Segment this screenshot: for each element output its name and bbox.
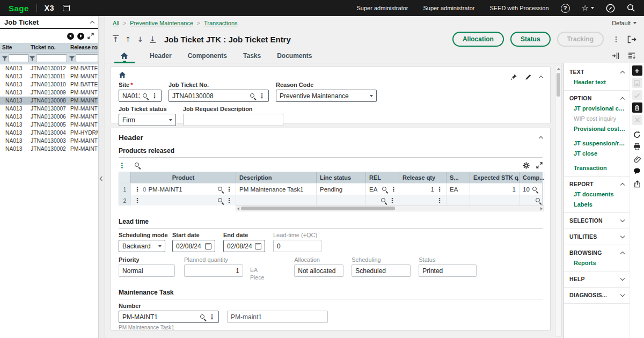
job-ticket-row[interactable]: NA013 JTNA0130012 PM-BATTERY	[0, 64, 98, 72]
site-field[interactable]: NA013 ⋮	[119, 90, 162, 102]
job-ticket-row[interactable]: NA013 JTNA0130004 PM-HYDRMA	[0, 129, 98, 137]
calendar-icon[interactable]	[255, 243, 261, 249]
section-header[interactable]: TEXT	[569, 66, 625, 77]
section-header[interactable]: UTILITIES	[569, 231, 625, 242]
scheduling-mode-select[interactable]: Backward	[119, 240, 165, 252]
panel-splitter[interactable]	[98, 16, 105, 338]
grid-column-product[interactable]: Product	[131, 172, 236, 183]
action-link[interactable]: Labels	[569, 200, 625, 210]
start-date-field[interactable]: 02/08/24	[172, 240, 215, 252]
action-link[interactable]: Transaction	[569, 163, 625, 173]
section-header[interactable]: BROWSING	[569, 247, 625, 258]
tab-tasks[interactable]: Tasks	[243, 52, 261, 60]
field-options-icon[interactable]: ⋮	[151, 93, 158, 99]
row-options-icon[interactable]: ⋮	[134, 186, 141, 193]
tracking-button[interactable]: Tracking	[557, 32, 604, 47]
column-ticket-no[interactable]: Ticket no.	[30, 45, 69, 50]
collapse-section-icon[interactable]	[539, 76, 543, 80]
filter-icon[interactable]	[69, 56, 75, 61]
view-selector[interactable]: Default	[612, 20, 636, 26]
lookup-icon[interactable]	[217, 186, 224, 193]
more-actions-icon[interactable]: ⋮	[612, 35, 620, 43]
job-request-description-field[interactable]	[183, 114, 283, 126]
job-ticket-row[interactable]: NA013 JTNA0130010 PM-BATTERY	[0, 80, 98, 89]
field-options-icon[interactable]: ⋮	[226, 197, 232, 204]
lookup-icon[interactable]	[532, 186, 538, 193]
refresh-button[interactable]	[632, 129, 642, 139]
main-vertical-scrollbar[interactable]	[555, 65, 562, 336]
save-button-disabled[interactable]	[632, 78, 642, 88]
field-options-icon[interactable]: ⋮	[390, 186, 397, 193]
grid-column-comp[interactable]: Comp...	[519, 172, 545, 183]
field-options-icon[interactable]: ⋮	[209, 314, 215, 320]
column-release-routing[interactable]: Release rout	[69, 45, 98, 50]
section-header[interactable]: REPORT	[569, 178, 625, 189]
lookup-icon[interactable]	[382, 186, 388, 193]
tab-components[interactable]: Components	[188, 52, 227, 60]
breadcrumb-all[interactable]: All	[113, 20, 119, 26]
global-search[interactable]	[627, 4, 635, 12]
column-site[interactable]: Site	[0, 45, 30, 50]
scrollbar-thumb[interactable]	[557, 73, 560, 97]
product-name[interactable]: X3	[45, 4, 54, 12]
edit-pencil-icon[interactable]	[525, 74, 532, 80]
filter-routing-input[interactable]	[76, 54, 98, 62]
share-button[interactable]	[632, 179, 642, 189]
section-header[interactable]: HELP	[569, 273, 625, 284]
new-record-button[interactable]: +	[632, 65, 642, 76]
grid-actions-icon[interactable]: ⋮	[119, 162, 126, 169]
confirm-button-disabled[interactable]	[632, 90, 642, 100]
maintenance-task-number-field[interactable]: PM-MAINT1 ⋮	[119, 311, 219, 323]
allocation-field[interactable]: Not allocated	[294, 264, 343, 277]
priority-field[interactable]: Normal	[119, 264, 175, 277]
row-options-icon[interactable]: ⋮	[134, 197, 141, 204]
delete-button[interactable]	[632, 102, 642, 113]
grid-column-description[interactable]: Description	[236, 172, 317, 183]
field-options-icon[interactable]: ⋮	[436, 197, 443, 204]
calendar-icon[interactable]	[205, 243, 211, 249]
calendar-icon[interactable]	[63, 5, 70, 11]
next-page-button[interactable]	[77, 33, 84, 40]
help-icon[interactable]: ?	[561, 4, 570, 13]
comment-button[interactable]	[632, 166, 642, 177]
tab-documents[interactable]: Documents	[277, 52, 312, 60]
section-header[interactable]: OPTION	[569, 92, 625, 104]
collapse-section-icon[interactable]	[539, 136, 543, 141]
end-date-field[interactable]: 02/08/24	[223, 240, 265, 252]
field-options-icon[interactable]: ⋮	[389, 197, 396, 204]
grid-settings-gear-icon[interactable]	[523, 162, 530, 169]
endpoint-menu[interactable]: SEED with Procession	[490, 5, 549, 11]
breadcrumb-transactions[interactable]: Transactions	[204, 20, 238, 26]
cancel-button-disabled[interactable]	[632, 115, 642, 125]
action-link[interactable]: Reports	[569, 258, 625, 268]
field-options-icon[interactable]: ⋮	[226, 186, 232, 193]
section-header[interactable]: DIAGNOSIS...	[569, 289, 625, 300]
exit-icon[interactable]	[627, 35, 636, 43]
action-link[interactable]: JT close	[569, 149, 625, 159]
tab-header[interactable]: Header	[150, 52, 172, 60]
action-link[interactable]: JT documents	[569, 189, 625, 200]
navigation-compass[interactable]	[606, 4, 615, 13]
next-record-button[interactable]: ↓	[137, 36, 143, 43]
favorites-menu[interactable]: ☆	[582, 4, 594, 12]
allocation-button[interactable]: Allocation	[452, 32, 504, 47]
grid-column-expected-stk[interactable]: Expected STK q...	[470, 172, 519, 183]
job-ticket-row[interactable]: NA013 JTNA0130007 PM-MAINT	[0, 105, 98, 113]
status-field[interactable]: Printed	[419, 264, 477, 277]
field-options-icon[interactable]: ⋮	[436, 186, 443, 193]
attachment-button[interactable]	[632, 154, 642, 164]
field-options-icon[interactable]: ⋮	[259, 93, 265, 99]
job-ticket-row[interactable]: NA013 JTNA0130003 PM-MAINT	[0, 137, 98, 145]
job-ticket-row[interactable]: NA013 JTNA0130011 PM-MAINT2	[0, 72, 98, 80]
action-link[interactable]: WIP cost inquiry	[569, 114, 625, 124]
job-ticket-row[interactable]: NA013 JTNA0130005 PM-MAINT	[0, 121, 98, 129]
maintenance-task-description-field[interactable]: PM-maint1	[227, 311, 328, 323]
collapse-icon[interactable]	[90, 20, 94, 25]
action-link[interactable]: Provisional cost inquiry	[569, 124, 625, 134]
job-ticket-status-select[interactable]: Firm	[119, 114, 176, 126]
pin-icon[interactable]	[510, 74, 517, 80]
status-button[interactable]: Status	[510, 32, 551, 47]
job-ticket-no-field[interactable]: JTNA0130008 ⋮	[169, 90, 269, 102]
lookup-icon[interactable]	[142, 93, 149, 99]
grid-column-s[interactable]: S...	[447, 172, 470, 183]
